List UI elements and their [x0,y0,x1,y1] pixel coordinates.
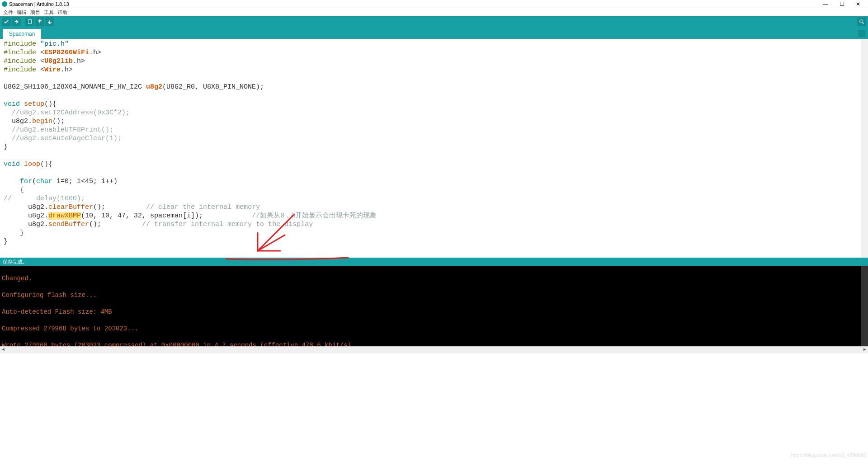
console-scrollbar[interactable] [861,266,868,346]
maximize-button[interactable]: ☐ [837,1,846,7]
arduino-icon [2,1,7,7]
window-title: Spaceman | Arduino 1.8.13 [9,1,821,7]
tab-bar: Spaceman [0,27,868,39]
watermark: https://blog.csdn.net/m0_4799980 [791,452,866,458]
save-button[interactable] [45,17,54,26]
svg-point-1 [860,20,863,23]
window-titlebar: Spaceman | Arduino 1.8.13 — ☐ ✕ [0,0,868,8]
console-line: Auto-detected Flash size: 4MB [2,308,866,316]
status-text: 保存完成。 [3,259,28,264]
console-line: Compressed 279968 bytes to 203023... [2,325,866,333]
horizontal-scrollbar[interactable] [0,346,868,353]
minimize-button[interactable]: — [821,1,830,7]
menu-help[interactable]: 帮助 [56,9,69,16]
tab-menu-button[interactable] [858,30,865,37]
menu-edit[interactable]: 编辑 [15,9,28,16]
close-button[interactable]: ✕ [854,1,863,7]
upload-button[interactable] [12,17,21,26]
editor-scrollbar[interactable] [861,39,868,258]
console-line: Configuring flash size... [2,291,866,300]
console-line: Wrote 279968 bytes (203023 compressed) a… [2,341,866,347]
menu-bar: 文件 编辑 项目 工具 帮助 [0,8,868,16]
code-editor[interactable]: #include "pic.h" #include <ESP8266WiFi.h… [0,39,868,258]
status-bar: 保存完成。 [0,258,868,266]
output-console[interactable]: Changed. Configuring flash size... Auto-… [0,266,868,346]
code-content[interactable]: #include "pic.h" #include <ESP8266WiFi.h… [4,40,864,246]
tab-spaceman[interactable]: Spaceman [3,29,41,39]
menu-sketch[interactable]: 项目 [29,9,42,16]
console-line: Changed. [2,274,866,283]
svg-rect-0 [28,20,32,24]
menu-file[interactable]: 文件 [2,9,14,16]
verify-button[interactable] [2,17,11,26]
menu-tools[interactable]: 工具 [42,9,55,16]
serial-monitor-button[interactable] [857,17,866,26]
toolbar [0,16,868,27]
open-button[interactable] [35,17,44,26]
new-button[interactable] [25,17,34,26]
